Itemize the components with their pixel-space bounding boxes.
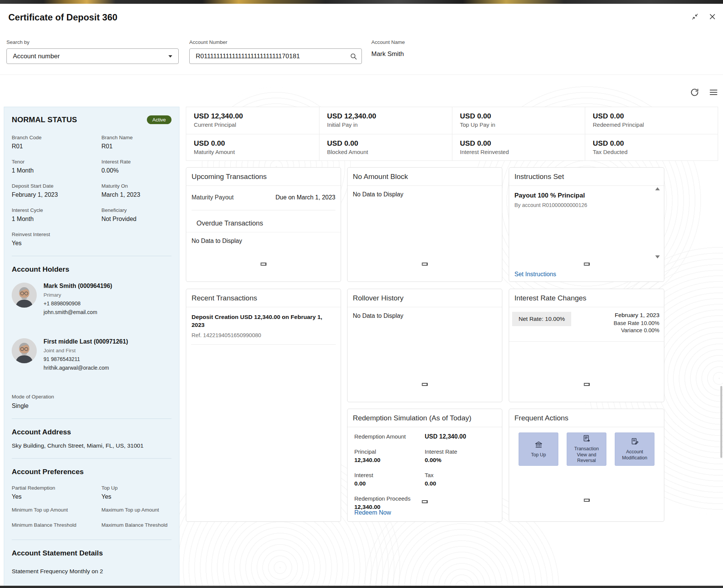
search-by-label: Search by (6, 39, 179, 45)
search-by-select[interactable]: Account number (6, 48, 179, 64)
card-resize-handle[interactable] (261, 263, 266, 266)
mode-of-operation: Mode of Operation Single (12, 394, 171, 409)
card-instructions-set: Instructions Set Payout 100 % Principal … (509, 167, 664, 282)
menu-icon[interactable] (709, 88, 718, 97)
background-photo-strip (0, 586, 723, 588)
no-data-text: No Data to Display (347, 307, 502, 325)
field-label: Interest Cycle (12, 207, 101, 213)
search-icon[interactable] (348, 51, 359, 62)
base-rate: Base Rate 10.00% (614, 320, 659, 326)
field-reinvest-interest: Reinvest InterestYes (12, 232, 101, 247)
holder-phone: +1 8898090908 (44, 300, 112, 306)
card-title: Instructions Set (509, 168, 664, 186)
account-holder: Mark Smith (000964196) Primary +1 889809… (12, 283, 171, 318)
tile-blocked-amount: USD 0.00Blocked Amount (319, 134, 452, 161)
status-title: NORMAL STATUS (12, 115, 77, 124)
redeem-now-link[interactable]: Redeem Now (354, 509, 391, 516)
field-value: R01 (12, 143, 101, 150)
card-resize-handle[interactable] (422, 383, 428, 386)
tile-label: Top Up Pay in (460, 121, 577, 128)
tile-amount: USD 0.00 (460, 139, 577, 148)
field-label: Minimum Balance Threshold (12, 522, 101, 528)
close-icon[interactable] (708, 12, 717, 21)
upcoming-transaction-row: Maturity Payout Due on March 1, 2023 (186, 186, 341, 201)
top-up-action-button[interactable]: Top Up (519, 432, 558, 466)
collapse-icon[interactable] (690, 12, 700, 21)
account-name-label: Account Name (371, 39, 485, 45)
card-title: Upcoming Transactions (186, 168, 341, 186)
field-label: Maximum Balance Threshold (101, 522, 171, 528)
vertical-scrollbar[interactable] (720, 386, 722, 458)
field-value: Yes (101, 493, 171, 500)
transaction-view-reversal-button[interactable]: Transaction View and Reversal (567, 432, 606, 466)
field-label: Reinvest Interest (12, 232, 101, 237)
tile-label: Maturity Amount (194, 149, 312, 155)
account-holders-title: Account Holders (12, 265, 171, 274)
field-value: Yes (12, 493, 101, 500)
card-resize-handle[interactable] (422, 263, 428, 266)
holder-role: Joint and First (44, 348, 128, 353)
tile-label: Tax Deducted (593, 149, 710, 155)
field-deposit-start-date: Deposit Start DateFebruary 1, 2023 (12, 183, 101, 198)
account-address-value: Sky Building, Church Street, Miami, FL, … (12, 442, 171, 449)
card-title: Rollover History (347, 289, 502, 307)
tile-amount: USD 0.00 (327, 139, 444, 148)
field-value: 12,340.00 (354, 457, 425, 464)
field-interest-rate: Interest Rate0.00% (425, 448, 495, 464)
holder-name: Mark Smith (000964196) (44, 283, 112, 289)
account-name-field: Account Name Mark Smith (371, 39, 485, 58)
transaction-label: Maturity Payout (192, 194, 234, 201)
refresh-icon[interactable] (690, 88, 699, 97)
field-label: Minimum Top up Amount (12, 507, 101, 513)
scroll-up-icon[interactable] (655, 187, 660, 190)
header-actions (690, 12, 717, 21)
holder-email: hrithik.agarwal@oracle.com (44, 365, 128, 371)
search-section: Search by Account number Account Number … (0, 39, 723, 70)
status-badge: Active (147, 115, 171, 124)
page-title: Certificate of Deposit 360 (8, 12, 117, 23)
tile-interest-reinvested: USD 0.00Interest Reinvested (452, 134, 585, 161)
variance: Variance 0.00% (614, 327, 659, 333)
set-instructions-link[interactable]: Set Instructions (514, 271, 556, 278)
field-label: Interest (354, 472, 425, 478)
divider (12, 540, 171, 540)
field-redemption-proceeds: Redemption Proceeds12,340.00 (354, 495, 425, 510)
tile-amount: USD 0.00 (593, 139, 710, 148)
account-modification-button[interactable]: Account Modification (615, 432, 654, 466)
field-value: March 1, 2023 (101, 191, 171, 198)
holder-role: Primary (44, 292, 112, 298)
tile-label: Initial Pay in (327, 121, 444, 128)
tile-maturity-amount: USD 0.00Maturity Amount (186, 134, 319, 161)
field-maturity-on: Maturity OnMarch 1, 2023 (101, 183, 171, 198)
card-resize-handle[interactable] (584, 263, 589, 266)
card-upcoming-transactions: Upcoming Transactions Maturity Payout Du… (186, 167, 341, 282)
no-data-text: No Data to Display (347, 186, 502, 203)
field-value: R01 (101, 143, 171, 150)
card-title: Recent Transactions (186, 289, 341, 307)
field-label: Tenor (12, 159, 101, 165)
transaction-title: Deposit Creation USD 12,340.00 on Februa… (186, 307, 341, 329)
field-label: Maturity On (101, 183, 171, 189)
redemption-amount-label: Redemption Amount (354, 433, 425, 440)
holder-phone: 91 9876543211 (44, 356, 128, 362)
interest-rate-row: Net Rate: 10.00% February 1, 2023 Base R… (509, 307, 664, 342)
account-name-value: Mark Smith (371, 50, 485, 58)
field-label: Deposit Start Date (12, 183, 101, 189)
card-resize-handle[interactable] (584, 499, 589, 502)
field-value: 1 Month (12, 216, 101, 222)
account-number-input[interactable] (189, 48, 362, 64)
field-tax: Tax0.00 (425, 472, 495, 487)
tile-label: Interest Reinvested (460, 149, 577, 155)
card-resize-handle[interactable] (584, 383, 589, 386)
search-by-field: Search by Account number (6, 39, 179, 64)
redemption-amount-value: USD 12,340.00 (425, 433, 495, 440)
field-label: Branch Name (101, 135, 171, 140)
field-principal: Principal12,340.00 (354, 448, 425, 464)
scroll-down-icon[interactable] (655, 255, 660, 258)
tile-amount: USD 0.00 (194, 139, 312, 148)
field-value: Single (12, 403, 171, 409)
card-resize-handle[interactable] (422, 500, 428, 503)
field-branch-code: Branch CodeR01 (12, 135, 101, 150)
background-photo-strip (0, 0, 723, 4)
field-value: 0.00% (101, 167, 171, 174)
